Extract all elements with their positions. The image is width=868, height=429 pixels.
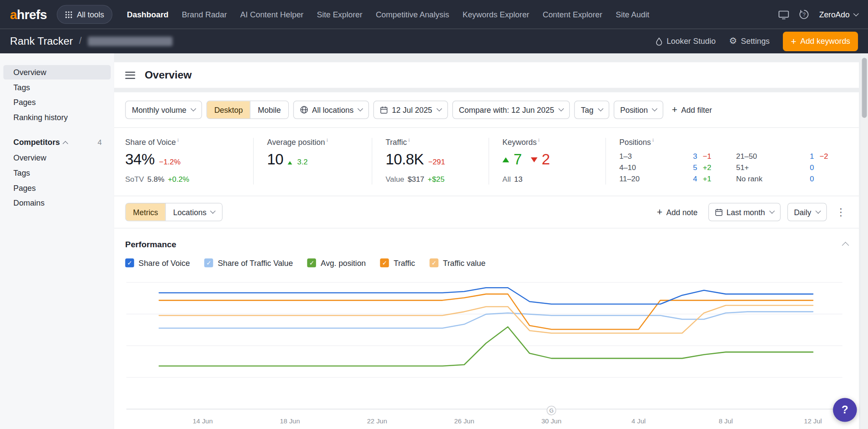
positions-range-label: 1–3: [619, 151, 688, 163]
x-axis-tick-label: 4 Jul: [631, 417, 645, 425]
positions-count-link[interactable]: 0: [805, 162, 814, 174]
workspace: OverviewTagsPagesRanking history Competi…: [0, 53, 868, 429]
keywords-improved-count: 7: [514, 151, 522, 169]
nav-item-dashboard[interactable]: Dashboard: [127, 10, 168, 19]
chevron-down-icon: [597, 106, 603, 111]
nav-item-site-audit[interactable]: Site Audit: [616, 10, 649, 19]
sidebar-item-pages[interactable]: Pages: [3, 95, 111, 109]
x-axis-tick-label: 8 Jul: [719, 417, 733, 425]
locations-filter-dropdown[interactable]: All locations: [293, 101, 369, 119]
positions-count-link[interactable]: 5: [688, 162, 697, 174]
plus-icon: +: [657, 207, 663, 217]
tag-filter-dropdown[interactable]: Tag: [574, 101, 609, 119]
positions-count-link[interactable]: 0: [805, 174, 814, 185]
nav-item-competitive-analysis[interactable]: Competitive Analysis: [376, 10, 449, 19]
sidebar-primary-list: OverviewTagsPagesRanking history: [0, 65, 114, 124]
account-name: ZeroAdo: [819, 10, 849, 19]
looker-studio-button[interactable]: Looker Studio: [656, 37, 716, 46]
share-of-voice-value: 34%: [125, 151, 155, 169]
help-button[interactable]: ?: [833, 398, 857, 422]
nav-item-keywords-explorer[interactable]: Keywords Explorer: [462, 10, 529, 19]
display-mode-icon[interactable]: [779, 10, 789, 19]
add-keywords-button[interactable]: + Add keywords: [783, 31, 858, 51]
nav-item-brand-radar[interactable]: Brand Radar: [182, 10, 227, 19]
granularity-dropdown[interactable]: Daily: [787, 203, 827, 221]
plus-icon: +: [672, 105, 677, 115]
positions-count-link[interactable]: 1: [805, 151, 814, 163]
volume-filter-dropdown[interactable]: Monthly volume: [125, 101, 202, 119]
ahrefs-logo[interactable]: ahrefs: [10, 7, 47, 22]
nav-item-content-explorer[interactable]: Content Explorer: [543, 10, 602, 19]
info-icon[interactable]: i: [653, 138, 654, 143]
scrollbar-thumb[interactable]: [862, 58, 867, 118]
product-tour-icon[interactable]: ?: [799, 10, 809, 20]
project-name-redacted[interactable]: [88, 36, 172, 46]
compare-date-picker-button[interactable]: Compare with: 12 Jun 2025: [452, 101, 570, 119]
sidebar-competitors-list: OverviewTagsPagesDomains: [0, 151, 114, 210]
info-icon[interactable]: i: [178, 138, 179, 143]
chart-line-traffic-value: [159, 305, 813, 333]
device-mobile-button[interactable]: Mobile: [250, 101, 288, 118]
legend-label: Share of Voice: [139, 259, 190, 268]
menu-icon[interactable]: [125, 72, 135, 79]
legend-toggle-avg-position[interactable]: ✓Avg. position: [307, 259, 366, 268]
date-picker-button[interactable]: 12 Jul 2025: [373, 101, 448, 119]
keywords-all-count: 13: [514, 175, 522, 183]
info-icon[interactable]: i: [538, 138, 540, 143]
date-range-dropdown[interactable]: Last month: [708, 203, 781, 221]
logo-text-a: a: [10, 7, 17, 22]
performance-chart-svg: [126, 282, 842, 411]
plus-icon: +: [791, 36, 796, 46]
positions-delta: +2: [703, 162, 719, 174]
tab-metrics[interactable]: Metrics: [126, 203, 165, 221]
legend-toggle-share-of-traffic-value[interactable]: ✓Share of Traffic Value: [205, 259, 293, 268]
position-filter-dropdown[interactable]: Position: [614, 101, 663, 119]
positions-count-link[interactable]: 4: [688, 174, 697, 185]
sidebar-competitors-header[interactable]: Competitors 4: [3, 136, 111, 149]
positions-row: 11–204+1: [619, 174, 719, 185]
positions-count-link[interactable]: 3: [688, 151, 697, 163]
sidebar-item-overview[interactable]: Overview: [3, 151, 111, 165]
sidebar-item-tags[interactable]: Tags: [3, 80, 111, 95]
up-triangle-icon: [288, 161, 292, 165]
add-filter-button[interactable]: + Add filter: [668, 101, 716, 119]
app-title[interactable]: Rank Tracker: [10, 35, 73, 47]
sidebar-item-ranking-history[interactable]: Ranking history: [3, 110, 111, 124]
nav-item-site-explorer[interactable]: Site Explorer: [317, 10, 363, 19]
chart-line-traffic: [159, 294, 813, 329]
account-menu-button[interactable]: ZeroAdo: [819, 10, 858, 19]
position-filter-label: Position: [620, 105, 648, 115]
settings-button[interactable]: ⚙ Settings: [729, 37, 770, 46]
competitors-label: Competitors: [13, 138, 60, 147]
traffic-value-label: Value: [386, 175, 404, 183]
legend-toggle-traffic[interactable]: ✓Traffic: [380, 259, 415, 268]
device-desktop-button[interactable]: Desktop: [207, 101, 250, 118]
scrollbar[interactable]: [861, 53, 868, 429]
globe-icon: [300, 105, 308, 114]
chevron-down-icon: [815, 208, 821, 214]
svg-text:?: ?: [803, 12, 806, 18]
info-icon[interactable]: i: [327, 138, 328, 143]
info-icon[interactable]: i: [409, 138, 410, 143]
positions-row: 4–105+2: [619, 162, 719, 174]
chart-line-avg-position: [159, 327, 813, 366]
tab-locations[interactable]: Locations: [165, 203, 222, 221]
collapse-chevron-icon[interactable]: [842, 242, 849, 249]
performance-chart: G 14 Jun18 Jun22 Jun26 Jun30 Jun4 Jul8 J…: [126, 282, 842, 426]
more-options-button[interactable]: ⋮: [834, 206, 848, 218]
legend-label: Traffic value: [443, 259, 485, 268]
all-tools-button[interactable]: All tools: [57, 5, 112, 24]
legend-toggle-share-of-voice[interactable]: ✓Share of Voice: [125, 259, 190, 268]
sidebar-item-overview[interactable]: Overview: [3, 65, 111, 79]
grid-icon: [65, 11, 73, 18]
legend-toggle-traffic-value[interactable]: ✓Traffic value: [429, 259, 485, 268]
add-note-button[interactable]: + Add note: [653, 203, 701, 221]
card-title: Average position: [267, 138, 325, 147]
all-tools-label: All tools: [77, 10, 104, 19]
nav-item-ai-content-helper[interactable]: AI Content Helper: [240, 10, 304, 19]
sidebar-item-pages[interactable]: Pages: [3, 180, 111, 195]
sidebar-item-tags[interactable]: Tags: [3, 166, 111, 180]
sidebar-item-domains[interactable]: Domains: [3, 196, 111, 210]
rank-tracker-app: ahrefs All tools DashboardBrand RadarAI …: [0, 0, 868, 429]
sotv-label: SoTV: [125, 175, 144, 183]
